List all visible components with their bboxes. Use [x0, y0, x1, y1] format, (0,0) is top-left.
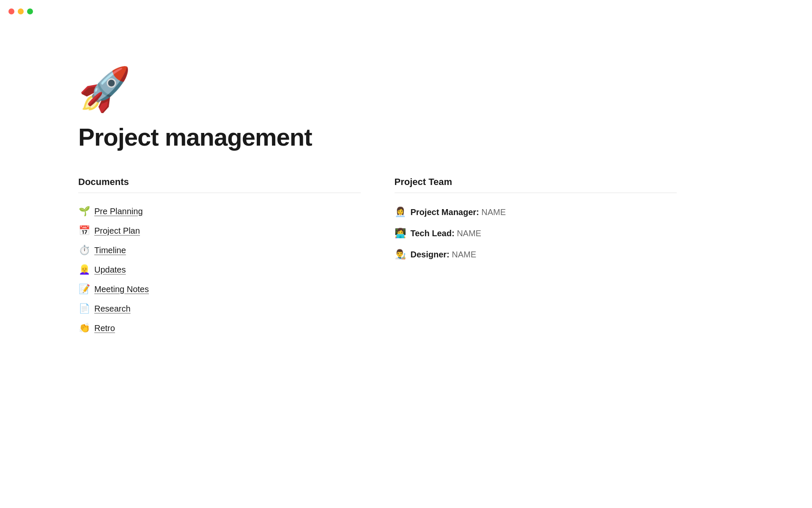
- doc-link[interactable]: Project Plan: [94, 226, 140, 236]
- team-divider: [395, 193, 677, 193]
- doc-icon: 👱‍♀️: [78, 264, 90, 275]
- team-member-icon: 👨‍🎨: [395, 249, 406, 260]
- doc-item[interactable]: ⏱️Timeline: [78, 240, 361, 260]
- documents-heading: Documents: [78, 177, 361, 188]
- project-team-heading: Project Team: [395, 177, 677, 188]
- team-text: Project Manager: NAME: [411, 207, 506, 217]
- doc-link[interactable]: Updates: [94, 265, 126, 275]
- team-text: Designer: NAME: [411, 250, 477, 260]
- documents-divider: [78, 193, 361, 193]
- doc-link[interactable]: Timeline: [94, 246, 126, 255]
- close-button[interactable]: [8, 8, 14, 14]
- doc-item[interactable]: 👏Retro: [78, 318, 361, 338]
- documents-column: Documents 🌱Pre Planning📅Project Plan⏱️Ti…: [78, 177, 361, 338]
- doc-item[interactable]: 📅Project Plan: [78, 221, 361, 240]
- doc-icon: 📝: [78, 284, 90, 295]
- team-text: Tech Lead: NAME: [411, 229, 481, 238]
- team-member-icon: 👩‍💼: [395, 207, 406, 218]
- team-member-icon: 👩‍💻: [395, 228, 406, 239]
- doc-item[interactable]: 📝Meeting Notes: [78, 279, 361, 299]
- page-content: 🚀 Project management Documents 🌱Pre Plan…: [0, 0, 677, 372]
- doc-icon: ⏱️: [78, 245, 90, 256]
- page-title: Project management: [78, 123, 677, 151]
- team-name: NAME: [479, 207, 506, 217]
- page-icon: 🚀: [78, 68, 677, 110]
- maximize-button[interactable]: [27, 8, 33, 14]
- doc-link[interactable]: Retro: [94, 323, 115, 333]
- minimize-button[interactable]: [18, 8, 24, 14]
- doc-link[interactable]: Meeting Notes: [94, 284, 149, 294]
- doc-item[interactable]: 🌱Pre Planning: [78, 202, 361, 221]
- team-role: Designer:: [411, 250, 450, 259]
- team-item: 👩‍💼Project Manager: NAME: [395, 202, 677, 223]
- doc-link[interactable]: Research: [94, 304, 131, 314]
- documents-list: 🌱Pre Planning📅Project Plan⏱️Timeline👱‍♀️…: [78, 202, 361, 338]
- team-item: 👩‍💻Tech Lead: NAME: [395, 223, 677, 244]
- doc-icon: 📄: [78, 303, 90, 314]
- doc-item[interactable]: 👱‍♀️Updates: [78, 260, 361, 279]
- team-item: 👨‍🎨Designer: NAME: [395, 244, 677, 265]
- team-role: Tech Lead:: [411, 229, 455, 238]
- team-list: 👩‍💼Project Manager: NAME👩‍💻Tech Lead: NA…: [395, 202, 677, 265]
- doc-icon: 👏: [78, 323, 90, 334]
- project-team-column: Project Team 👩‍💼Project Manager: NAME👩‍💻…: [395, 177, 677, 265]
- doc-link[interactable]: Pre Planning: [94, 207, 143, 216]
- team-name: NAME: [455, 229, 481, 238]
- doc-icon: 🌱: [78, 206, 90, 217]
- doc-icon: 📅: [78, 225, 90, 236]
- doc-item[interactable]: 📄Research: [78, 299, 361, 318]
- team-role: Project Manager:: [411, 207, 479, 217]
- team-name: NAME: [450, 250, 476, 259]
- traffic-lights: [8, 8, 33, 14]
- columns-layout: Documents 🌱Pre Planning📅Project Plan⏱️Ti…: [78, 177, 677, 338]
